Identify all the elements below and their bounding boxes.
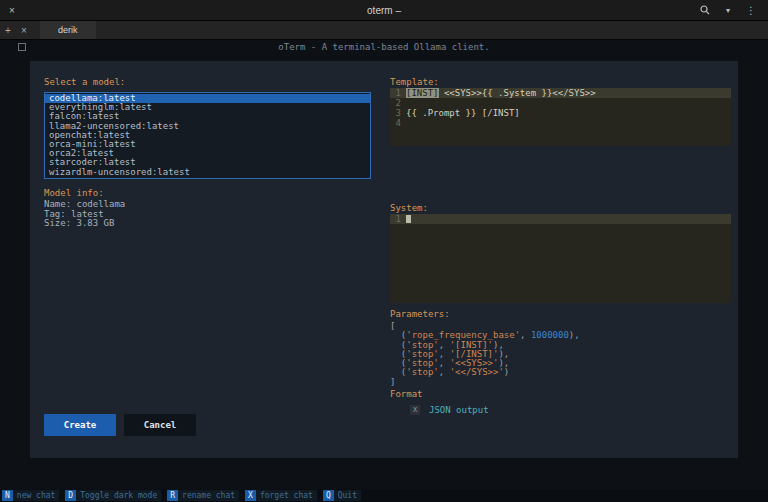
json-output-checkbox[interactable]: X JSON output	[410, 405, 580, 415]
close-tab-button[interactable]: ×	[16, 21, 32, 39]
editor-line: 4	[390, 118, 731, 128]
keybinding[interactable]: QQuit	[323, 490, 361, 501]
keybinding[interactable]: Rrename chat	[167, 490, 239, 501]
model-info-line: Size: 3.83 GB	[44, 219, 125, 229]
titlebar-icons: ▾ ⋮	[700, 5, 756, 16]
window-title: oterm –	[367, 5, 401, 16]
model-info-lines: Name: codellamaTag: latestSize: 3.83 GB	[44, 200, 125, 229]
parameters-label: Parameters:	[390, 309, 580, 319]
keybinding[interactable]: DToggle dark mode	[65, 490, 161, 501]
app-icon	[18, 43, 26, 51]
parameters-line: ('stop', '<</SYS>>')	[390, 368, 580, 377]
kebab-menu-icon[interactable]: ⋮	[746, 5, 756, 16]
keybinding-footer: Nnew chatDToggle dark modeRrename chatXf…	[0, 489, 768, 502]
editor-line: 1[INST] <<SYS>>{{ .System }}<</SYS>>	[390, 88, 731, 98]
template-label: Template:	[390, 77, 439, 87]
search-icon[interactable]	[700, 5, 710, 15]
parameters-line: ]	[390, 378, 580, 387]
terminal-content: oTerm - A terminal-based Ollama client. …	[0, 40, 768, 489]
model-item[interactable]: wizardlm-uncensored:latest	[45, 168, 370, 177]
tab-chat[interactable]: derik	[40, 21, 96, 39]
chevron-down-icon[interactable]: ▾	[726, 6, 730, 15]
select-model-label: Select a model:	[44, 77, 374, 87]
model-detail-pane: Template: 1[INST] <<SYS>>{{ .System }}<<…	[390, 77, 731, 442]
keybinding[interactable]: Nnew chat	[2, 490, 59, 501]
dialog-buttons: Create Cancel	[44, 414, 196, 436]
editor-line: 3{{ .Prompt }} [/INST]	[390, 108, 731, 118]
app-title: oTerm - A terminal-based Ollama client.	[278, 42, 489, 52]
create-button[interactable]: Create	[44, 414, 116, 436]
editor-line: 1	[390, 214, 731, 224]
checkbox-mark-icon[interactable]: X	[410, 405, 420, 415]
json-output-label: JSON output	[429, 405, 489, 415]
model-list[interactable]: codellama:latesteverythinglm:latestfalco…	[44, 92, 371, 179]
parameters-section: Parameters: [ ('rope_frequency_base', 10…	[390, 309, 580, 415]
window-titlebar: × oterm – ▾ ⋮	[0, 0, 768, 21]
format-label: Format	[390, 389, 580, 399]
window-close-icon[interactable]: ×	[9, 5, 15, 16]
footer-bindings: Nnew chatDToggle dark modeRrename chatXf…	[2, 490, 367, 501]
keybinding[interactable]: Xforget chat	[245, 490, 317, 501]
new-tab-button[interactable]: +	[0, 21, 16, 39]
model-info: Model info: Name: codellamaTag: latestSi…	[44, 188, 125, 229]
editor-line: 2	[390, 98, 731, 108]
tab-bar: + × derik	[0, 21, 768, 40]
create-model-dialog: Select a model: codellama:latesteverythi…	[30, 61, 738, 458]
app-header: oTerm - A terminal-based Ollama client.	[0, 40, 768, 54]
template-editor[interactable]: 1[INST] <<SYS>>{{ .System }}<</SYS>>23{{…	[390, 88, 731, 146]
model-info-label: Model info:	[44, 188, 125, 198]
system-editor[interactable]: 1	[390, 214, 731, 303]
cancel-button[interactable]: Cancel	[124, 414, 196, 436]
system-label: System:	[390, 203, 428, 213]
parameters-code: [ ('rope_frequency_base', 1000000), ('st…	[390, 322, 580, 387]
model-select-pane: Select a model: codellama:latesteverythi…	[44, 77, 374, 442]
